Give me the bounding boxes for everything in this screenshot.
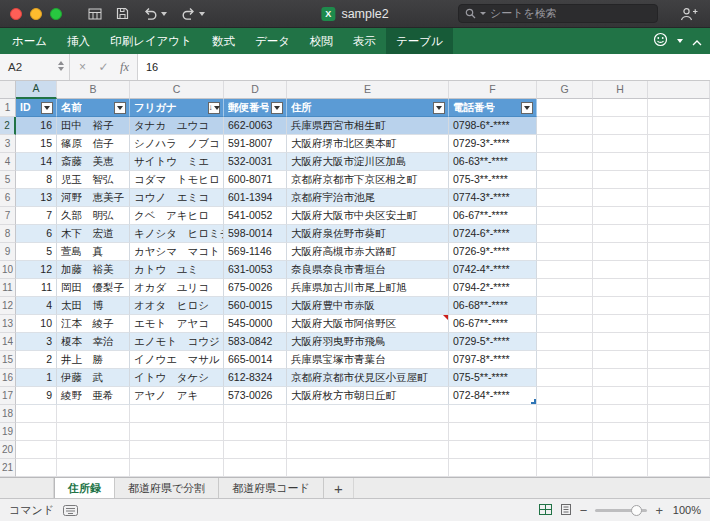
normal-view-icon[interactable] [539,504,552,517]
cell-extra-20[interactable] [648,441,710,459]
cell-B4[interactable]: 斎藤 美恵 [57,153,130,171]
row-header-16[interactable]: 16 [0,369,16,387]
cell-extra-8[interactable] [648,225,710,243]
zoom-slider-thumb[interactable] [631,505,642,516]
cell-D3[interactable]: 591-8007 [224,135,287,153]
feedback-smiley-icon[interactable] [653,32,668,51]
undo-icon[interactable] [143,7,167,20]
cell-D5[interactable]: 600-8071 [224,171,287,189]
cell-B17[interactable]: 綾野 亜希 [57,387,130,405]
cell-A8[interactable]: 6 [16,225,57,243]
cell-extra-3[interactable] [648,135,710,153]
cell-H11[interactable] [593,279,648,297]
cell-D18[interactable] [224,405,287,423]
cell-H19[interactable] [593,423,648,441]
cell-C11[interactable]: オカダ ユリコ [130,279,224,297]
cell-C18[interactable] [130,405,224,423]
cell-G6[interactable] [537,189,593,207]
add-sheet-button[interactable]: + [324,478,354,498]
cell-D19[interactable] [224,423,287,441]
cell-D7[interactable]: 541-0052 [224,207,287,225]
cell-extra-21[interactable] [648,459,710,477]
cell-G8[interactable] [537,225,593,243]
cell-H4[interactable] [593,153,648,171]
cell-extra-7[interactable] [648,207,710,225]
table-resize-handle[interactable] [531,399,536,404]
cell-A21[interactable] [16,459,57,477]
row-header-15[interactable]: 15 [0,351,16,369]
cell-extra-1[interactable] [648,99,710,117]
ribbon-tab-ホーム[interactable]: ホーム [2,28,57,54]
cell-H3[interactable] [593,135,648,153]
cell-C19[interactable] [130,423,224,441]
cell-C16[interactable]: イトウ タケシ [130,369,224,387]
cell-B9[interactable]: 萱島 真 [57,243,130,261]
cell-B20[interactable] [57,441,130,459]
cell-E14[interactable]: 大阪府羽曳野市飛鳥 [287,333,449,351]
cell-G9[interactable] [537,243,593,261]
cell-B19[interactable] [57,423,130,441]
cell-E21[interactable] [287,459,449,477]
cell-F5[interactable]: 075-3**-**** [449,171,537,189]
cell-C9[interactable]: カヤシマ マコト [130,243,224,261]
name-box[interactable]: A2 [0,54,70,80]
cell-F4[interactable]: 06-63**-**** [449,153,537,171]
cell-G21[interactable] [537,459,593,477]
cell-B6[interactable]: 河野 恵美子 [57,189,130,207]
cell-H14[interactable] [593,333,648,351]
cell-extra-10[interactable] [648,261,710,279]
cell-G10[interactable] [537,261,593,279]
cell-A6[interactable]: 13 [16,189,57,207]
row-header-3[interactable]: 3 [0,135,16,153]
cell-B10[interactable]: 加藤 裕美 [57,261,130,279]
cell-A9[interactable]: 5 [16,243,57,261]
ribbon-tab-校閲[interactable]: 校閲 [300,28,343,54]
cell-C6[interactable]: コウノ エミコ [130,189,224,207]
cell-F14[interactable]: 0729-5*-**** [449,333,537,351]
row-header-14[interactable]: 14 [0,333,16,351]
cell-A11[interactable]: 11 [16,279,57,297]
cell-F19[interactable] [449,423,537,441]
cell-C3[interactable]: シノハラ ノブコ [130,135,224,153]
table-header-ID[interactable]: ID [16,99,57,117]
cell-A20[interactable] [16,441,57,459]
cell-D9[interactable]: 569-1146 [224,243,287,261]
cell-extra-4[interactable] [648,153,710,171]
stepper-down-icon[interactable] [58,67,64,71]
formula-input[interactable]: 16 [138,54,710,80]
cell-E4[interactable]: 大阪府大阪市淀川区加島 [287,153,449,171]
ribbon-tab-数式[interactable]: 数式 [202,28,245,54]
cell-G11[interactable] [537,279,593,297]
column-header-B[interactable]: B [57,81,130,99]
cell-C21[interactable] [130,459,224,477]
cell-F20[interactable] [449,441,537,459]
cell-B18[interactable] [57,405,130,423]
cell-B3[interactable]: 篠原 信子 [57,135,130,153]
name-box-stepper[interactable] [58,61,64,71]
cell-D20[interactable] [224,441,287,459]
cell-D15[interactable]: 665-0014 [224,351,287,369]
zoom-level[interactable]: 100% [671,504,701,516]
cell-E5[interactable]: 京都府京都市下京区相之町 [287,171,449,189]
row-header-9[interactable]: 9 [0,243,16,261]
cell-G14[interactable] [537,333,593,351]
cell-G15[interactable] [537,351,593,369]
cell-F13[interactable]: 06-67**-**** [449,315,537,333]
cell-F10[interactable]: 0742-4*-**** [449,261,537,279]
cell-C13[interactable]: エモト アヤコ [130,315,224,333]
filter-sorted-button[interactable]: ↓ [208,102,220,114]
cell-D10[interactable]: 631-0053 [224,261,287,279]
cell-H6[interactable] [593,189,648,207]
cell-F16[interactable]: 075-5**-**** [449,369,537,387]
row-header-21[interactable]: 21 [0,459,16,477]
cell-D11[interactable]: 675-0026 [224,279,287,297]
cell-B14[interactable]: 榎本 幸治 [57,333,130,351]
cell-A18[interactable] [16,405,57,423]
row-header-6[interactable]: 6 [0,189,16,207]
sheet-search-field[interactable]: シートを検索 [458,4,658,23]
cell-G18[interactable] [537,405,593,423]
column-header-F[interactable]: F [449,81,537,99]
zoom-out-button[interactable]: − [580,503,588,518]
cell-E9[interactable]: 大阪府高槻市赤大路町 [287,243,449,261]
column-header-A[interactable]: A [16,81,57,99]
